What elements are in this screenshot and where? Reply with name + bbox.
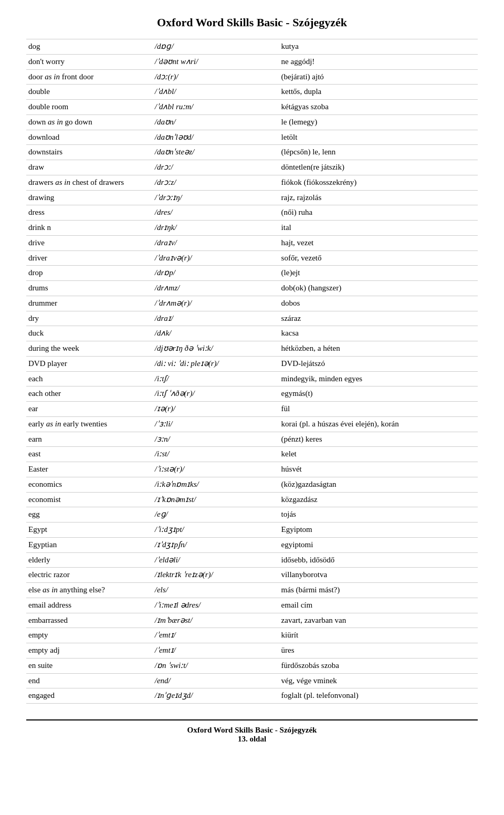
translation-cell: mindegyik, minden egyes [279, 371, 478, 386]
word-cell: drive [26, 235, 153, 250]
translation-cell: más (bármi mást?) [279, 583, 478, 598]
table-row: en suite/ɒn ˈswiːt/fürdőszobás szoba [26, 658, 478, 673]
word-cell: each other [26, 386, 153, 402]
translation-cell: DVD-lejátszó [279, 356, 478, 371]
phonetic-cell: /drɔː/ [153, 160, 279, 175]
word-cell: driver [26, 250, 153, 266]
word-cell: Egypt [26, 523, 153, 538]
table-row: egg/eɡ/tojás [26, 507, 478, 523]
word-cell: egg [26, 507, 153, 523]
table-row: economist/ɪˈkɒnəmɪst/közgazdász [26, 492, 478, 507]
translation-cell: dob(ok) (hangszer) [279, 281, 478, 296]
word-cell: drawing [26, 190, 153, 205]
table-row: dry/draɪ/száraz [26, 311, 478, 326]
phonetic-cell: /daʊn/ [153, 114, 279, 130]
word-cell: else as in anything else? [26, 583, 153, 598]
word-cell: down as in go down [26, 114, 153, 130]
translation-cell: (le)ejt [279, 266, 478, 281]
word-cell: east [26, 447, 153, 462]
phonetic-cell: /drʌmz/ [153, 281, 279, 296]
translation-cell: üres [279, 643, 478, 659]
table-row: drawing/ˈdrɔːɪŋ/rajz, rajzolás [26, 190, 478, 205]
translation-cell: kutya [279, 39, 478, 55]
word-cell: download [26, 130, 153, 145]
translation-cell: egyiptomi [279, 537, 478, 552]
vocabulary-table: dog/dɒɡ/kutyadon't worry/ˈdəʊnt wʌri/ne … [26, 39, 478, 704]
table-row: electric razor/ɪlektrɪk ˈreɪzə(r)/villan… [26, 568, 478, 583]
word-cell: door as in front door [26, 69, 153, 85]
word-cell: economist [26, 492, 153, 507]
word-cell: drums [26, 281, 153, 296]
table-row: drawers as in chest of drawers/drɔːz/fió… [26, 175, 478, 190]
phonetic-cell: /dɒɡ/ [153, 39, 279, 55]
word-cell: en suite [26, 658, 153, 673]
table-row: DVD player/diː viː ˈdiː pleɪə(r)/DVD-lej… [26, 356, 478, 371]
phonetic-cell: /ˈdrɔːɪŋ/ [153, 190, 279, 205]
table-row: drop/drɒp/(le)ejt [26, 266, 478, 281]
table-row: drive/draɪv/hajt, vezet [26, 235, 478, 250]
translation-cell: fül [279, 402, 478, 417]
table-row: early as in early twenties/ˈɜːli/korai (… [26, 416, 478, 432]
table-row: each other/iːtʃ ˈʌðə(r)/egymás(t) [26, 386, 478, 402]
phonetic-cell: /ˈdʌbl/ [153, 85, 279, 100]
phonetic-cell: /ɪˈdʒɪpʃn/ [153, 537, 279, 552]
table-row: engaged/ɪnˈɡeɪdʒd/foglalt (pl. telefonvo… [26, 688, 478, 704]
table-row: drink n/drɪŋk/ital [26, 221, 478, 236]
phonetic-cell: /ɪˈkɒnəmɪst/ [153, 492, 279, 507]
translation-cell: sofőr, vezető [279, 250, 478, 266]
phonetic-cell: /iːkəˈnɒmɪks/ [153, 477, 279, 492]
word-cell: Egyptian [26, 537, 153, 552]
word-cell: during the week [26, 341, 153, 357]
phonetic-cell: /daʊnˈləʊd/ [153, 130, 279, 145]
translation-cell: ital [279, 221, 478, 236]
word-cell: drink n [26, 221, 153, 236]
word-cell: early as in early twenties [26, 416, 153, 432]
phonetic-cell: /eɡ/ [153, 507, 279, 523]
translation-cell: egymás(t) [279, 386, 478, 402]
word-cell: empty adj [26, 643, 153, 659]
translation-cell: dobos [279, 296, 478, 311]
table-row: Easter/ˈiːstə(r)/húsvét [26, 462, 478, 477]
translation-cell: közgazdász [279, 492, 478, 507]
phonetic-cell: /draɪ/ [153, 311, 279, 326]
translation-cell: (pénzt) keres [279, 432, 478, 447]
translation-cell: fürdőszobás szoba [279, 658, 478, 673]
translation-cell: döntetlen(re játszik) [279, 160, 478, 175]
word-cell: dry [26, 311, 153, 326]
phonetic-cell: /ˈiːmeɪl ədres/ [153, 598, 279, 613]
translation-cell: le (lemegy) [279, 114, 478, 130]
translation-cell: idősebb, idősödő [279, 552, 478, 568]
translation-cell: kelet [279, 447, 478, 462]
translation-cell: letölt [279, 130, 478, 145]
table-row: embarrassed/ɪmˈbærəst/zavart, zavarban v… [26, 613, 478, 628]
translation-cell: kiürít [279, 628, 478, 643]
phonetic-cell: /ˈdrʌmə(r)/ [153, 296, 279, 311]
table-row: end/end/vég, vége vminek [26, 673, 478, 688]
table-row: dog/dɒɡ/kutya [26, 39, 478, 55]
table-row: each/iːtʃ/mindegyik, minden egyes [26, 371, 478, 386]
page-title: Oxford Word Skills Basic - Szójegyzék [26, 16, 478, 29]
table-row: drummer/ˈdrʌmə(r)/dobos [26, 296, 478, 311]
table-row: east/iːst/kelet [26, 447, 478, 462]
translation-cell: (bejárati) ajtó [279, 69, 478, 85]
table-row: earn/ɜːn/(pénzt) keres [26, 432, 478, 447]
table-row: don't worry/ˈdəʊnt wʌri/ne aggódj! [26, 54, 478, 69]
footer-line1: Oxford Word Skills Basic - Szójegyzék [26, 726, 478, 735]
translation-cell: száraz [279, 311, 478, 326]
word-cell: duck [26, 326, 153, 341]
table-row: door as in front door/dɔː(r)/(bejárati) … [26, 69, 478, 85]
translation-cell: kétágyas szoba [279, 100, 478, 115]
translation-cell: (női) ruha [279, 205, 478, 221]
translation-cell: zavart, zavarban van [279, 613, 478, 628]
phonetic-cell: /djʊərɪŋ ðə ˈwiːk/ [153, 341, 279, 357]
word-cell: double room [26, 100, 153, 115]
translation-cell: ne aggódj! [279, 54, 478, 69]
translation-cell: villanyborotva [279, 568, 478, 583]
word-cell: economics [26, 477, 153, 492]
phonetic-cell: /ˈemtɪ/ [153, 628, 279, 643]
word-cell: DVD player [26, 356, 153, 371]
phonetic-cell: /daʊnˈsteəz/ [153, 145, 279, 160]
phonetic-cell: /end/ [153, 673, 279, 688]
footer-line2: 13. oldal [26, 735, 478, 744]
word-cell: downstairs [26, 145, 153, 160]
